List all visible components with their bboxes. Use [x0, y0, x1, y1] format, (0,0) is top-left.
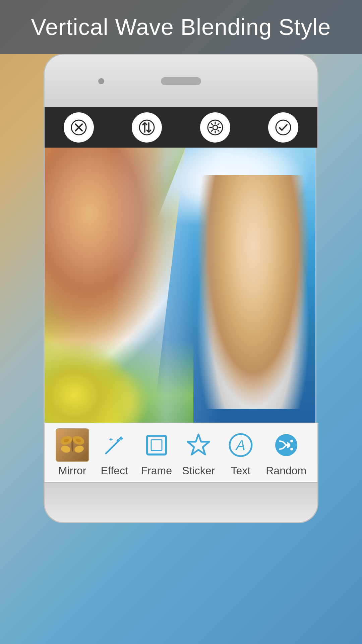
page-title: Vertical Wave Blending Style: [31, 14, 331, 40]
effect-label: Effect: [101, 465, 128, 477]
text-tool[interactable]: A Text: [224, 428, 257, 477]
phone-bottom-bezel: [44, 483, 318, 523]
random-label: Random: [266, 465, 306, 477]
text-icon-wrap: A: [224, 428, 257, 462]
effect-icon: [101, 432, 128, 459]
sticker-icon: [185, 432, 212, 459]
svg-rect-23: [151, 440, 162, 450]
svg-text:A: A: [235, 437, 245, 453]
mirror-icon-wrap: [56, 428, 89, 462]
mirror-label: Mirror: [58, 465, 86, 477]
random-icon-wrap: [269, 428, 303, 462]
frame-tool[interactable]: Frame: [140, 428, 173, 477]
frame-icon: [143, 432, 170, 459]
random-tool[interactable]: Random: [266, 428, 306, 477]
sticker-tool[interactable]: Sticker: [182, 428, 215, 477]
title-bar: Vertical Wave Blending Style: [0, 0, 362, 54]
svg-rect-22: [147, 436, 166, 454]
photo-canvas[interactable]: [44, 148, 316, 423]
phone-speaker: [161, 77, 201, 85]
blend-wave-overlay: [45, 148, 315, 423]
svg-point-10: [60, 445, 71, 454]
svg-point-6: [276, 120, 291, 135]
svg-marker-24: [188, 434, 209, 454]
mirror-icon: [59, 432, 86, 459]
svg-line-14: [106, 442, 118, 453]
sticker-icon-wrap: [182, 428, 215, 462]
text-icon: A: [227, 432, 254, 459]
close-button[interactable]: [64, 112, 94, 143]
svg-point-29: [290, 448, 293, 450]
swap-button[interactable]: [132, 112, 162, 143]
sticker-label: Sticker: [182, 465, 215, 477]
phone-device: Mirror Effect: [44, 54, 318, 523]
phone-top-bezel: [44, 54, 318, 107]
mirror-tool[interactable]: Mirror: [56, 428, 89, 477]
frame-icon-wrap: [140, 428, 173, 462]
frame-label: Frame: [141, 465, 172, 477]
phone-camera: [98, 78, 104, 84]
confirm-button[interactable]: [268, 112, 298, 143]
effect-icon-wrap: [98, 428, 131, 462]
settings-button[interactable]: [200, 112, 230, 143]
bottom-tools-bar: Mirror Effect: [44, 423, 318, 483]
svg-point-3: [139, 120, 154, 135]
svg-point-28: [290, 440, 293, 442]
svg-point-11: [74, 445, 84, 454]
edit-toolbar: [44, 107, 318, 148]
random-icon: [273, 432, 300, 459]
text-label: Text: [231, 465, 250, 477]
effect-tool[interactable]: Effect: [98, 428, 131, 477]
